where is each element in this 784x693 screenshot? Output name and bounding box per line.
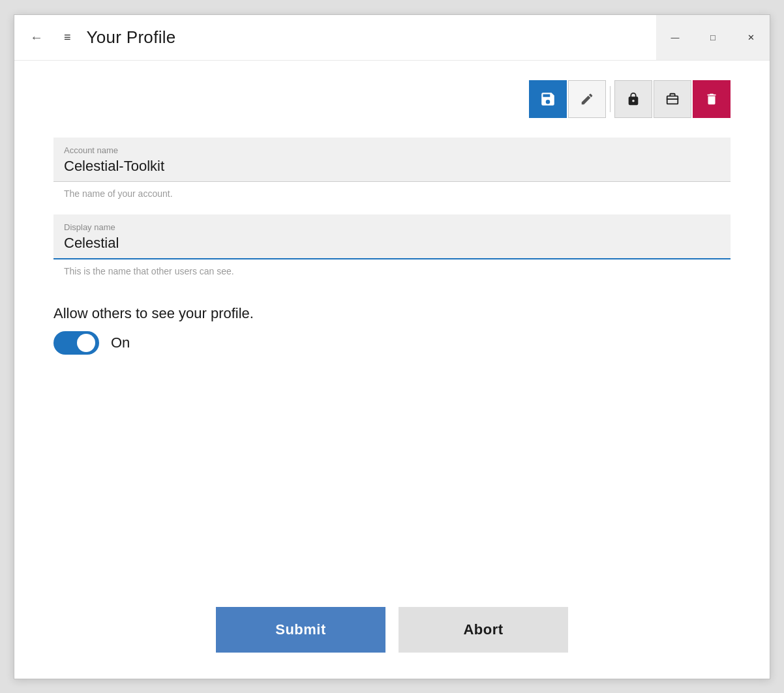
minimize-button[interactable]: —: [656, 15, 694, 60]
account-name-box: Account name: [53, 138, 731, 182]
window-controls: — □ ✕: [656, 15, 770, 60]
save-icon: [539, 91, 556, 108]
toggle-status: On: [111, 334, 130, 351]
display-name-group: Display name This is the name that other…: [53, 214, 731, 287]
briefcase-icon: [665, 92, 680, 106]
display-name-hint: This is the name that other users can se…: [53, 259, 731, 287]
display-name-input[interactable]: [64, 235, 720, 252]
toggle-track: [53, 331, 99, 355]
display-name-label: Display name: [64, 222, 720, 232]
menu-button[interactable]: ≡: [59, 28, 76, 47]
toolbar-separator: [610, 86, 611, 112]
toolbar: [53, 80, 731, 118]
lock-button[interactable]: [614, 80, 652, 118]
close-button[interactable]: ✕: [732, 15, 770, 60]
account-name-hint: The name of your account.: [53, 182, 731, 209]
title-bar: ← ≡ Your Profile — □ ✕: [14, 15, 770, 61]
toggle-label: Allow others to see your profile.: [53, 305, 731, 322]
abort-button[interactable]: Abort: [399, 607, 568, 653]
back-button[interactable]: ←: [25, 27, 48, 48]
account-name-label: Account name: [64, 145, 720, 155]
title-bar-left: ← ≡ Your Profile: [25, 27, 656, 48]
edit-button[interactable]: [568, 80, 606, 118]
toggle-thumb: [77, 334, 95, 352]
toggle-row: On: [53, 331, 731, 355]
submit-button[interactable]: Submit: [216, 607, 385, 653]
svg-rect-0: [667, 98, 678, 100]
content-area: Account name The name of your account. D…: [14, 61, 770, 679]
briefcase-button[interactable]: [654, 80, 691, 118]
visibility-toggle[interactable]: [53, 331, 99, 355]
main-window: ← ≡ Your Profile — □ ✕: [14, 14, 770, 679]
maximize-button[interactable]: □: [694, 15, 732, 60]
edit-icon: [580, 92, 594, 106]
save-button[interactable]: [529, 80, 567, 118]
page-title: Your Profile: [87, 27, 176, 48]
account-name-group: Account name The name of your account.: [53, 138, 731, 209]
display-name-box: Display name: [53, 214, 731, 259]
account-name-input[interactable]: [64, 158, 720, 175]
lock-icon: [626, 92, 641, 106]
toggle-section: Allow others to see your profile. On: [53, 305, 731, 355]
delete-button[interactable]: [693, 80, 731, 118]
delete-icon: [704, 91, 719, 107]
bottom-buttons: Submit Abort: [53, 594, 731, 653]
